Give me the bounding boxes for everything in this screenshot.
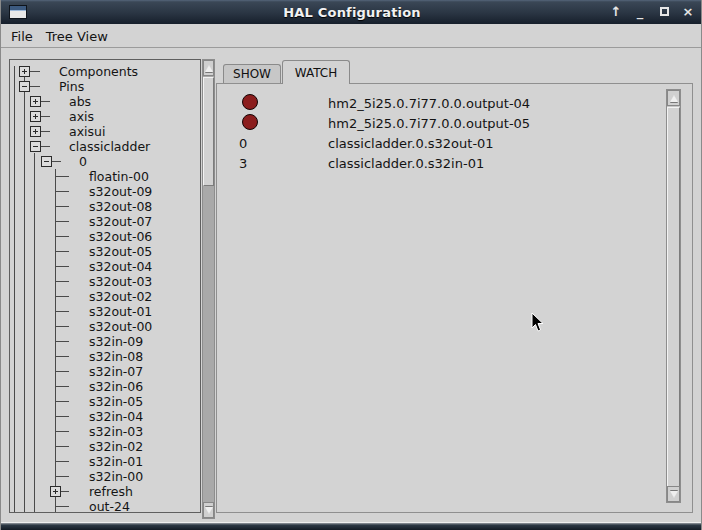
- tree-item-0[interactable]: 0: [10, 154, 200, 169]
- window-title: HAL Configuration: [1, 5, 702, 20]
- tree-item-label: s32out-04: [89, 259, 152, 274]
- tree-branch-line: [40, 131, 50, 132]
- tree-item-label: s32out-00: [89, 319, 152, 334]
- tree-item-s32out-04[interactable]: s32out-04: [10, 259, 200, 274]
- expand-icon[interactable]: [30, 111, 41, 122]
- watch-scrollbar-thumb[interactable]: [667, 107, 680, 487]
- tree-item-label: s32out-05: [89, 244, 152, 259]
- tree-item-s32out-08[interactable]: s32out-08: [10, 199, 200, 214]
- tree-item-label: s32in-03: [89, 424, 143, 439]
- tree-item-axisui[interactable]: axisui: [10, 124, 200, 139]
- tree-item-floatin-00[interactable]: floatin-00: [10, 169, 200, 184]
- tree-item-s32in-05[interactable]: s32in-05: [10, 394, 200, 409]
- tree-item-s32in-09[interactable]: s32in-09: [10, 334, 200, 349]
- tree-item-s32out-06[interactable]: s32out-06: [10, 229, 200, 244]
- expand-icon[interactable]: [50, 486, 61, 497]
- tree-item-label: floatin-00: [89, 169, 149, 184]
- menu-file[interactable]: File: [11, 28, 33, 44]
- scroll-down-button[interactable]: [203, 502, 214, 518]
- tree-item-label: refresh: [89, 484, 133, 499]
- shade-icon[interactable]: ↑: [609, 0, 623, 24]
- collapse-icon[interactable]: [30, 141, 41, 152]
- scroll-up-button[interactable]: [667, 90, 680, 106]
- tree-item-s32out-02[interactable]: s32out-02: [10, 289, 200, 304]
- tree-item-label: s32out-02: [89, 289, 152, 304]
- tree-item-s32out-01[interactable]: s32out-01: [10, 304, 200, 319]
- watch-pin-name: classicladder.0.s32out-01: [328, 136, 494, 151]
- collapse-icon[interactable]: [19, 81, 30, 92]
- tree-branch-line: [55, 461, 69, 462]
- tree-item-s32in-07[interactable]: s32in-07: [10, 364, 200, 379]
- tree-branch-line: [55, 251, 69, 252]
- tree-item-s32in-08[interactable]: s32in-08: [10, 349, 200, 364]
- hal-configuration-window: HAL Configuration ↑ _ × File Tree View C…: [0, 0, 702, 530]
- scroll-down-button[interactable]: [667, 486, 680, 502]
- watch-row[interactable]: 0classicladder.0.s32out-01: [217, 133, 692, 153]
- tree-item-label: abs: [69, 94, 91, 109]
- tree-item-s32out-03[interactable]: s32out-03: [10, 274, 200, 289]
- tab-show[interactable]: SHOW: [223, 64, 281, 83]
- watch-row[interactable]: 3classicladder.0.s32in-01: [217, 153, 692, 173]
- tree-item-s32out-05[interactable]: s32out-05: [10, 244, 200, 259]
- tree-item-s32in-06[interactable]: s32in-06: [10, 379, 200, 394]
- tree-item-s32out-09[interactable]: s32out-09: [10, 184, 200, 199]
- scroll-up-button[interactable]: [203, 60, 214, 76]
- menu-tree-view[interactable]: Tree View: [46, 28, 108, 44]
- tree-branch-line: [55, 386, 69, 387]
- watch-row[interactable]: hm2_5i25.0.7i77.0.0.output-04: [217, 93, 692, 113]
- main-area: ComponentsPinsabsaxisaxisuiclassicladder…: [1, 48, 702, 522]
- minimize-icon[interactable]: _: [633, 5, 647, 19]
- tree-item-s32in-00[interactable]: s32in-00: [10, 469, 200, 484]
- tree-scrollbar[interactable]: [202, 59, 215, 519]
- tree-panel[interactable]: ComponentsPinsabsaxisaxisuiclassicladder…: [9, 59, 201, 513]
- tree-branch-line: [55, 416, 69, 417]
- tab-watch[interactable]: WATCH: [282, 60, 350, 84]
- tree-branch-line: [55, 296, 69, 297]
- tree-item-abs[interactable]: abs: [10, 94, 200, 109]
- tree-branch-line: [55, 326, 69, 327]
- tree-item-label: s32in-01: [89, 454, 143, 469]
- tree-item-label: s32out-07: [89, 214, 152, 229]
- tree-item-label: s32in-05: [89, 394, 143, 409]
- tree-item-label: s32out-09: [89, 184, 152, 199]
- tree-branch-line: [55, 236, 69, 237]
- tree-branch-line: [55, 356, 69, 357]
- expand-icon[interactable]: [30, 126, 41, 137]
- tab-show-label: SHOW: [233, 67, 271, 81]
- tree-item-Pins[interactable]: Pins: [10, 79, 200, 94]
- watch-scrollbar[interactable]: [666, 89, 681, 503]
- window-controls: ↑ _ ×: [609, 0, 695, 24]
- led-indicator-icon: [242, 94, 258, 110]
- tree-item-classicladder[interactable]: classicladder: [10, 139, 200, 154]
- tree-scrollbar-thumb[interactable]: [203, 77, 214, 186]
- tree-item-out-24[interactable]: out-24: [10, 499, 200, 513]
- tree-item-label: s32out-01: [89, 304, 152, 319]
- expand-icon[interactable]: [30, 96, 41, 107]
- close-icon[interactable]: ×: [681, 0, 695, 24]
- tree-item-s32out-07[interactable]: s32out-07: [10, 214, 200, 229]
- tree-item-label: 0: [79, 154, 87, 169]
- tree-item-label: Components: [59, 64, 138, 79]
- tree-item-label: s32in-00: [89, 469, 143, 484]
- tree-item-label: out-24: [89, 499, 130, 513]
- tree-branch-line: [55, 506, 69, 507]
- tree-item-s32out-00[interactable]: s32out-00: [10, 319, 200, 334]
- tree-item-s32in-02[interactable]: s32in-02: [10, 439, 200, 454]
- tree-item-s32in-01[interactable]: s32in-01: [10, 454, 200, 469]
- maximize-icon[interactable]: [657, 0, 671, 24]
- tree-item-Components[interactable]: Components: [10, 64, 200, 79]
- collapse-icon[interactable]: [41, 156, 52, 167]
- watch-row[interactable]: hm2_5i25.0.7i77.0.0.output-05: [217, 113, 692, 133]
- tree-item-s32in-03[interactable]: s32in-03: [10, 424, 200, 439]
- tree-item-label: s32out-03: [89, 274, 152, 289]
- watch-pin-name: hm2_5i25.0.7i77.0.0.output-05: [328, 116, 530, 131]
- tree-branch-line: [55, 371, 69, 372]
- expand-icon[interactable]: [19, 66, 30, 77]
- tree-item-label: s32in-06: [89, 379, 143, 394]
- tree-item-refresh[interactable]: refresh: [10, 484, 200, 499]
- tree-item-s32in-04[interactable]: s32in-04: [10, 409, 200, 424]
- titlebar[interactable]: HAL Configuration ↑ _ ×: [1, 0, 702, 24]
- tree-branch-line: [55, 191, 69, 192]
- watch-value: 0: [239, 136, 247, 151]
- tree-item-axis[interactable]: axis: [10, 109, 200, 124]
